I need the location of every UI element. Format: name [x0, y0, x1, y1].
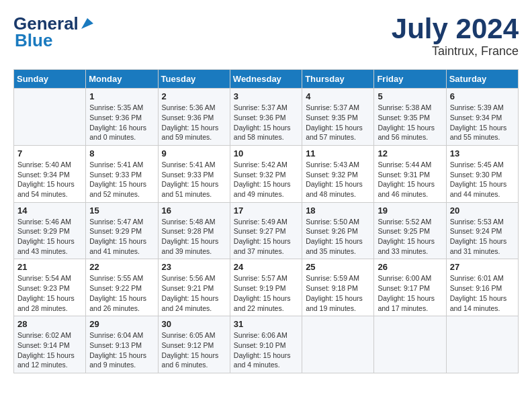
- weekday-header: Monday: [86, 70, 158, 89]
- day-number: 4: [306, 91, 370, 101]
- calendar-week-row: 7Sunrise: 5:40 AMSunset: 9:34 PMDaylight…: [14, 145, 519, 202]
- calendar-week-row: 1Sunrise: 5:35 AMSunset: 9:36 PMDaylight…: [14, 89, 519, 146]
- day-info: Sunrise: 5:42 AMSunset: 9:32 PMDaylight:…: [234, 160, 298, 199]
- calendar-cell: 30Sunrise: 6:05 AMSunset: 9:12 PMDayligh…: [158, 316, 230, 373]
- weekday-header-row: SundayMondayTuesdayWednesdayThursdayFrid…: [14, 70, 519, 89]
- day-info: Sunrise: 5:37 AMSunset: 9:36 PMDaylight:…: [234, 103, 298, 142]
- calendar-cell: 17Sunrise: 5:49 AMSunset: 9:27 PMDayligh…: [230, 202, 302, 259]
- calendar-cell: 10Sunrise: 5:42 AMSunset: 9:32 PMDayligh…: [230, 145, 302, 202]
- calendar-cell: 29Sunrise: 6:04 AMSunset: 9:13 PMDayligh…: [86, 316, 158, 373]
- calendar-cell: 1Sunrise: 5:35 AMSunset: 9:36 PMDaylight…: [86, 89, 158, 146]
- day-info: Sunrise: 5:36 AMSunset: 9:36 PMDaylight:…: [162, 103, 226, 142]
- day-info: Sunrise: 6:02 AMSunset: 9:14 PMDaylight:…: [17, 330, 82, 370]
- calendar-cell: 3Sunrise: 5:37 AMSunset: 9:36 PMDaylight…: [230, 89, 302, 146]
- title-block: July 2024 Taintrux, France: [392, 13, 519, 58]
- day-info: Sunrise: 5:48 AMSunset: 9:28 PMDaylight:…: [162, 217, 226, 257]
- day-number: 10: [234, 148, 298, 158]
- calendar-cell: 26Sunrise: 6:00 AMSunset: 9:17 PMDayligh…: [374, 259, 446, 316]
- calendar-cell: 23Sunrise: 5:56 AMSunset: 9:21 PMDayligh…: [158, 259, 230, 316]
- page-header: General Blue July 2024 Taintrux, France: [13, 13, 519, 58]
- calendar-table: SundayMondayTuesdayWednesdayThursdayFrid…: [13, 69, 519, 373]
- calendar-cell: 8Sunrise: 5:41 AMSunset: 9:33 PMDaylight…: [86, 145, 158, 202]
- day-number: 30: [162, 319, 226, 329]
- day-info: Sunrise: 5:55 AMSunset: 9:22 PMDaylight:…: [89, 273, 154, 313]
- day-number: 21: [17, 262, 82, 272]
- day-number: 26: [378, 262, 442, 272]
- calendar-cell: 27Sunrise: 6:01 AMSunset: 9:16 PMDayligh…: [446, 259, 518, 316]
- calendar-cell: 11Sunrise: 5:43 AMSunset: 9:32 PMDayligh…: [302, 145, 374, 202]
- location: Taintrux, France: [392, 44, 519, 58]
- day-number: 9: [162, 148, 226, 158]
- day-number: 29: [89, 319, 154, 329]
- day-number: 24: [234, 262, 298, 272]
- day-number: 14: [17, 205, 82, 216]
- day-info: Sunrise: 5:40 AMSunset: 9:34 PMDaylight:…: [17, 160, 82, 199]
- calendar-cell: 24Sunrise: 5:57 AMSunset: 9:19 PMDayligh…: [230, 259, 302, 316]
- calendar-week-row: 14Sunrise: 5:46 AMSunset: 9:29 PMDayligh…: [14, 202, 519, 259]
- calendar-cell: 21Sunrise: 5:54 AMSunset: 9:23 PMDayligh…: [14, 259, 86, 316]
- day-number: 7: [17, 148, 82, 158]
- calendar-cell: 9Sunrise: 5:41 AMSunset: 9:33 PMDaylight…: [158, 145, 230, 202]
- calendar-cell: 7Sunrise: 5:40 AMSunset: 9:34 PMDaylight…: [14, 145, 86, 202]
- calendar-cell: 31Sunrise: 6:06 AMSunset: 9:10 PMDayligh…: [230, 316, 302, 373]
- day-info: Sunrise: 5:53 AMSunset: 9:24 PMDaylight:…: [450, 217, 515, 257]
- day-info: Sunrise: 5:52 AMSunset: 9:25 PMDaylight:…: [378, 217, 442, 257]
- weekday-header: Wednesday: [230, 70, 302, 89]
- calendar-cell: 6Sunrise: 5:39 AMSunset: 9:34 PMDaylight…: [446, 89, 518, 146]
- day-info: Sunrise: 6:05 AMSunset: 9:12 PMDaylight:…: [162, 330, 226, 370]
- day-info: Sunrise: 5:37 AMSunset: 9:35 PMDaylight:…: [306, 103, 370, 142]
- day-number: 23: [162, 262, 226, 272]
- calendar-week-row: 21Sunrise: 5:54 AMSunset: 9:23 PMDayligh…: [14, 259, 519, 316]
- calendar-cell: [374, 316, 446, 373]
- calendar-cell: 14Sunrise: 5:46 AMSunset: 9:29 PMDayligh…: [14, 202, 86, 259]
- day-number: 22: [89, 262, 154, 272]
- day-number: 11: [306, 148, 370, 158]
- day-info: Sunrise: 5:39 AMSunset: 9:34 PMDaylight:…: [450, 103, 515, 142]
- weekday-header: Tuesday: [158, 70, 230, 89]
- calendar-cell: [14, 89, 86, 146]
- calendar-cell: 12Sunrise: 5:44 AMSunset: 9:31 PMDayligh…: [374, 145, 446, 202]
- day-info: Sunrise: 5:35 AMSunset: 9:36 PMDaylight:…: [89, 103, 154, 142]
- calendar-cell: [446, 316, 518, 373]
- logo-blue: Blue: [15, 30, 52, 51]
- weekday-header: Saturday: [446, 70, 518, 89]
- day-info: Sunrise: 5:49 AMSunset: 9:27 PMDaylight:…: [234, 217, 298, 257]
- calendar-cell: 16Sunrise: 5:48 AMSunset: 9:28 PMDayligh…: [158, 202, 230, 259]
- day-info: Sunrise: 5:38 AMSunset: 9:35 PMDaylight:…: [378, 103, 442, 142]
- day-info: Sunrise: 5:59 AMSunset: 9:18 PMDaylight:…: [306, 273, 370, 313]
- day-number: 8: [89, 148, 154, 158]
- calendar-cell: 4Sunrise: 5:37 AMSunset: 9:35 PMDaylight…: [302, 89, 374, 146]
- calendar-cell: 28Sunrise: 6:02 AMSunset: 9:14 PMDayligh…: [14, 316, 86, 373]
- day-number: 15: [89, 205, 154, 216]
- day-info: Sunrise: 6:00 AMSunset: 9:17 PMDaylight:…: [378, 273, 442, 313]
- calendar-cell: 13Sunrise: 5:45 AMSunset: 9:30 PMDayligh…: [446, 145, 518, 202]
- day-number: 25: [306, 262, 370, 272]
- day-info: Sunrise: 5:57 AMSunset: 9:19 PMDaylight:…: [234, 273, 298, 313]
- day-number: 28: [17, 319, 82, 329]
- day-number: 16: [162, 205, 226, 216]
- day-number: 1: [89, 91, 154, 101]
- calendar-cell: 2Sunrise: 5:36 AMSunset: 9:36 PMDaylight…: [158, 89, 230, 146]
- day-info: Sunrise: 5:43 AMSunset: 9:32 PMDaylight:…: [306, 160, 370, 199]
- day-info: Sunrise: 5:45 AMSunset: 9:30 PMDaylight:…: [450, 160, 515, 199]
- day-number: 2: [162, 91, 226, 101]
- day-info: Sunrise: 6:06 AMSunset: 9:10 PMDaylight:…: [234, 330, 298, 370]
- calendar-cell: 25Sunrise: 5:59 AMSunset: 9:18 PMDayligh…: [302, 259, 374, 316]
- day-info: Sunrise: 5:46 AMSunset: 9:29 PMDaylight:…: [17, 217, 82, 257]
- day-number: 6: [450, 91, 515, 101]
- day-number: 17: [234, 205, 298, 216]
- calendar-cell: 20Sunrise: 5:53 AMSunset: 9:24 PMDayligh…: [446, 202, 518, 259]
- weekday-header: Sunday: [14, 70, 86, 89]
- day-info: Sunrise: 5:54 AMSunset: 9:23 PMDaylight:…: [17, 273, 82, 313]
- day-number: 19: [378, 205, 442, 216]
- logo-bird-icon: [80, 17, 95, 32]
- day-number: 5: [378, 91, 442, 101]
- day-info: Sunrise: 5:50 AMSunset: 9:26 PMDaylight:…: [306, 217, 370, 257]
- weekday-header: Friday: [374, 70, 446, 89]
- logo: General Blue: [13, 13, 95, 51]
- day-info: Sunrise: 5:47 AMSunset: 9:29 PMDaylight:…: [89, 217, 154, 257]
- day-number: 18: [306, 205, 370, 216]
- calendar-cell: 19Sunrise: 5:52 AMSunset: 9:25 PMDayligh…: [374, 202, 446, 259]
- day-number: 31: [234, 319, 298, 329]
- day-number: 27: [450, 262, 515, 272]
